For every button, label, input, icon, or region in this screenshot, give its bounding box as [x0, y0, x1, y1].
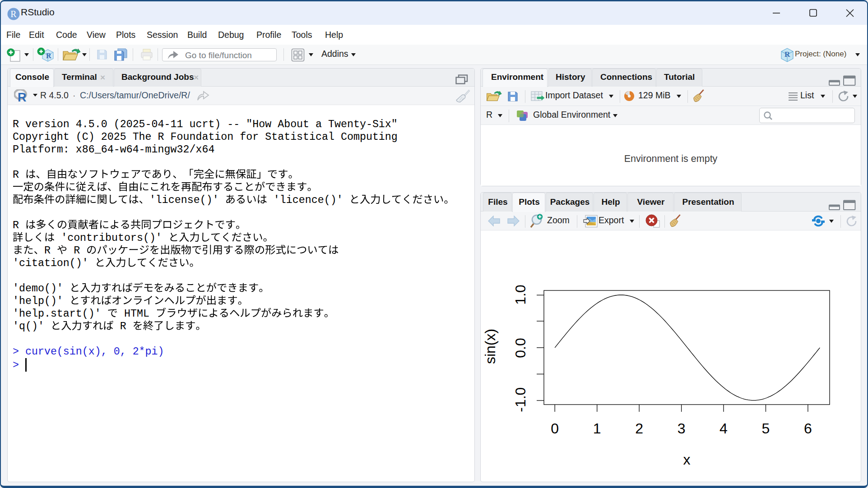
svg-text:5: 5 — [762, 420, 770, 437]
svg-text:1: 1 — [593, 420, 601, 437]
svg-text:R: R — [46, 52, 51, 60]
svg-text:R: R — [10, 9, 17, 19]
svg-text:3: 3 — [678, 420, 686, 437]
svg-text:R: R — [784, 50, 790, 59]
svg-text:0.0: 0.0 — [512, 338, 529, 358]
svg-text:2: 2 — [635, 420, 643, 437]
svg-text:0: 0 — [551, 420, 559, 437]
svg-text:4: 4 — [719, 420, 728, 437]
svg-text:x: x — [683, 451, 690, 468]
svg-text:sin(x): sin(x) — [482, 329, 498, 364]
svg-text:-1.0: -1.0 — [512, 387, 529, 412]
svg-text:1.0: 1.0 — [512, 285, 529, 304]
svg-text:6: 6 — [804, 420, 812, 437]
